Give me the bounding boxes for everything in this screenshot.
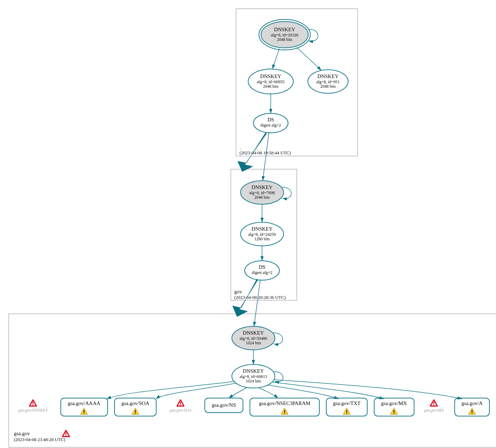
rr-a[interactable]: gsa.gov/A bbox=[455, 398, 489, 416]
ghost-dnskey: gsa.gov/DNSKEY bbox=[18, 400, 48, 413]
dnssec-graph: . (2023-04-08 19:58:44 UTC) DNSKEY alg=8… bbox=[3, 3, 496, 448]
svg-text:alg=8, id=20326: alg=8, id=20326 bbox=[271, 33, 299, 37]
svg-text:2048 bits: 2048 bits bbox=[263, 84, 279, 89]
gov-zsk-node[interactable]: DNSKEY alg=8, id=24250 1280 bits bbox=[241, 222, 284, 246]
gov-ksk-node[interactable]: DNSKEY alg=8, id=7698 2048 bits bbox=[241, 181, 284, 204]
svg-text:gsa.gov/TXT: gsa.gov/TXT bbox=[333, 400, 361, 406]
svg-text:gsa.gov/SOA: gsa.gov/SOA bbox=[170, 408, 192, 413]
rr-mx[interactable]: gsa.gov/MX bbox=[374, 398, 414, 416]
root-ds-node[interactable]: DS digest alg=2 bbox=[253, 113, 288, 133]
rr-soa[interactable]: gsa.gov/SOA bbox=[115, 398, 156, 416]
svg-text:alg=8, id=24250: alg=8, id=24250 bbox=[248, 232, 276, 237]
svg-text:DNSKEY: DNSKEY bbox=[243, 330, 264, 336]
svg-text:DNSKEY: DNSKEY bbox=[243, 368, 264, 374]
rr-nsec3[interactable]: gsa.gov/NSEC3PARAM bbox=[250, 398, 319, 416]
svg-text:DS: DS bbox=[259, 264, 265, 270]
svg-text:2048 bits: 2048 bits bbox=[320, 84, 336, 89]
zone-gov-label: gov bbox=[234, 289, 242, 294]
svg-text:alg=8, id=951: alg=8, id=951 bbox=[316, 79, 340, 84]
svg-text:1024 bits: 1024 bits bbox=[246, 379, 261, 384]
svg-text:gsa.gov/MX: gsa.gov/MX bbox=[424, 408, 444, 413]
svg-text:1024 bits: 1024 bits bbox=[246, 341, 261, 345]
svg-text:DNSKEY: DNSKEY bbox=[252, 184, 273, 190]
svg-text:gsa.gov/DNSKEY: gsa.gov/DNSKEY bbox=[18, 408, 48, 413]
zone-gsa-ts: (2023-04-08 23:48:28 UTC) bbox=[14, 437, 65, 442]
rr-ns[interactable]: gsa.gov/NS bbox=[205, 398, 243, 413]
root-zsk-node[interactable]: DNSKEY alg=8, id=60955 2048 bits bbox=[248, 69, 293, 94]
svg-text:digest alg=2: digest alg=2 bbox=[260, 123, 281, 128]
svg-text:DS: DS bbox=[267, 117, 274, 122]
svg-text:alg=8, id=7698: alg=8, id=7698 bbox=[249, 190, 275, 195]
svg-text:1280 bits: 1280 bits bbox=[254, 236, 270, 241]
ghost-mx: gsa.gov/MX bbox=[424, 400, 444, 413]
svg-text:alg=8, id=50486: alg=8, id=50486 bbox=[239, 336, 267, 341]
root-ksk-node[interactable]: DNSKEY alg=8, id=20326 2048 bits bbox=[259, 19, 310, 50]
svg-text:2048 bits: 2048 bits bbox=[254, 195, 270, 200]
zone-gsa-error-icon bbox=[62, 430, 69, 437]
svg-text:digest alg=2: digest alg=2 bbox=[252, 270, 272, 275]
svg-text:DNSKEY: DNSKEY bbox=[260, 74, 281, 79]
ghost-soa: gsa.gov/SOA bbox=[170, 400, 192, 413]
svg-text:gsa.gov/MX: gsa.gov/MX bbox=[381, 400, 407, 406]
svg-text:gsa.gov/NS: gsa.gov/NS bbox=[212, 402, 236, 408]
svg-text:gsa.gov/AAAA: gsa.gov/AAAA bbox=[68, 400, 100, 406]
svg-text:alg=8, id=60613: alg=8, id=60613 bbox=[239, 374, 267, 379]
svg-text:DNSKEY: DNSKEY bbox=[274, 27, 295, 32]
zone-gsa-label: gsa.gov bbox=[14, 431, 30, 436]
svg-text:DNSKEY: DNSKEY bbox=[318, 74, 339, 79]
root-other-node[interactable]: DNSKEY alg=8, id=951 2048 bits bbox=[308, 70, 348, 93]
gsa-ksk-node[interactable]: DNSKEY alg=8, id=50486 1024 bits bbox=[232, 326, 275, 350]
svg-text:gsa.gov/A: gsa.gov/A bbox=[461, 400, 482, 406]
gov-ds-node[interactable]: DS digest alg=2 bbox=[245, 261, 279, 280]
svg-text:2048 bits: 2048 bits bbox=[277, 37, 293, 42]
rr-txt[interactable]: gsa.gov/TXT bbox=[326, 398, 367, 416]
zone-root-label: . bbox=[239, 145, 241, 150]
zone-root-ts: (2023-04-08 19:58:44 UTC) bbox=[239, 150, 291, 155]
svg-text:gsa.gov/NSEC3PARAM: gsa.gov/NSEC3PARAM bbox=[259, 400, 310, 406]
gsa-zsk-node[interactable]: DNSKEY alg=8, id=60613 1024 bits bbox=[232, 364, 275, 388]
rr-aaaa[interactable]: gsa.gov/AAAA bbox=[61, 398, 108, 416]
zone-gov-ts: (2023-04-08 20:28:36 UTC) bbox=[234, 295, 286, 300]
svg-text:gsa.gov/SOA: gsa.gov/SOA bbox=[121, 400, 150, 406]
svg-text:alg=8, id=60955: alg=8, id=60955 bbox=[257, 79, 285, 84]
svg-text:DNSKEY: DNSKEY bbox=[252, 226, 273, 232]
